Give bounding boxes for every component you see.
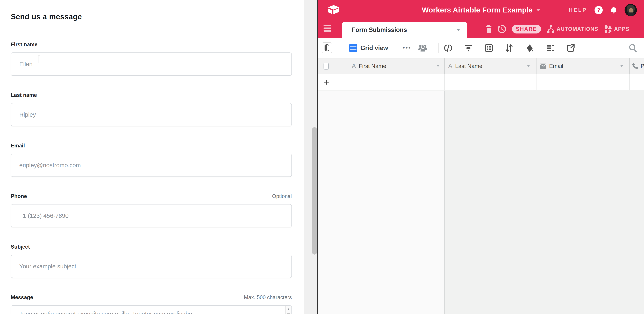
field-last-name: Last name Ripley	[11, 92, 292, 126]
email-label: Email	[11, 142, 25, 149]
automations-label: AUTOMATIONS	[557, 26, 598, 32]
column-header-first-name[interactable]: A First Name	[318, 59, 444, 74]
view-toolbar: Grid view •••	[318, 38, 644, 58]
phone-placeholder: +1 (123) 456-7890	[19, 212, 68, 219]
message-placeholder: Tenetur optio quaerat expedita vero et i…	[19, 310, 192, 314]
last-name-placeholder: Ripley	[19, 111, 36, 118]
table-tab-form-submissions[interactable]: Form Submissions	[342, 22, 467, 38]
subject-input[interactable]: Your example subject	[11, 255, 292, 278]
base-title-caret-icon[interactable]	[536, 9, 540, 12]
first-name-placeholder: Ellen	[19, 61, 32, 68]
field-message: Message Max. 500 characters Tenetur opti…	[11, 294, 292, 314]
column-header-email[interactable]: Email	[536, 59, 629, 74]
grid-body-column-divider	[444, 91, 445, 314]
color-icon[interactable]	[526, 44, 534, 52]
add-record-row[interactable]: +	[318, 74, 644, 90]
apps-button[interactable]: APPS	[604, 25, 629, 33]
base-title[interactable]: Workers Airtable Form Example	[422, 6, 532, 14]
hamburger-menu-icon[interactable]	[324, 25, 332, 33]
automations-icon	[547, 25, 554, 33]
email-placeholder: eripley@nostromo.com	[19, 162, 81, 169]
column-name: First Name	[359, 63, 386, 69]
column-name: Last Name	[455, 63, 482, 69]
history-icon[interactable]	[498, 25, 506, 33]
column-header-phone[interactable]: Phone	[629, 59, 644, 74]
last-name-input[interactable]: Ripley	[11, 103, 292, 126]
first-name-label: First name	[11, 41, 38, 48]
text-field-type-icon: A	[448, 63, 452, 70]
collaborators-icon[interactable]	[418, 44, 428, 52]
phone-input[interactable]: +1 (123) 456-7890	[11, 204, 292, 227]
airtable-tabbar: Form Submissions	[318, 20, 644, 38]
apps-icon	[604, 25, 612, 33]
phone-field-type-icon	[632, 63, 638, 69]
scroll-up-arrow-icon[interactable]	[287, 308, 290, 310]
textarea-scrollbar[interactable]	[285, 306, 291, 314]
view-options-ellipsis-button[interactable]: •••	[403, 38, 412, 57]
email-field-type-icon	[540, 64, 546, 69]
message-textarea[interactable]: Tenetur optio quaerat expedita vero et i…	[11, 305, 292, 314]
grid-body-first-column	[318, 91, 444, 314]
subject-label: Subject	[11, 243, 30, 250]
screen: Send us a message First name Ellen Last …	[0, 0, 644, 314]
message-maxchars-note: Max. 500 characters	[244, 294, 292, 301]
column-name: Phone	[640, 63, 644, 69]
help-button[interactable]: HELP	[569, 7, 587, 13]
column-divider	[629, 74, 630, 90]
field-phone: Phone Optional +1 (123) 456-7890	[11, 193, 292, 227]
add-record-plus-button[interactable]: +	[324, 74, 329, 90]
user-avatar[interactable]	[624, 4, 637, 16]
share-view-icon[interactable]	[567, 44, 575, 52]
airtable-window: Workers Airtable Form Example HELP ? For…	[318, 0, 644, 314]
field-first-name: First name Ellen	[11, 41, 292, 76]
window-edge-divider	[317, 0, 318, 314]
message-label: Message	[11, 294, 33, 301]
table-tab-caret-icon[interactable]	[456, 29, 460, 31]
automations-button[interactable]: AUTOMATIONS	[547, 25, 598, 33]
column-divider	[444, 74, 445, 90]
phone-label: Phone	[11, 193, 27, 200]
column-caret-icon[interactable]	[527, 65, 530, 67]
group-icon[interactable]	[485, 44, 493, 52]
column-caret-icon[interactable]	[620, 65, 623, 67]
view-name-label[interactable]: Grid view	[360, 38, 388, 58]
field-email: Email eripley@nostromo.com	[11, 142, 292, 177]
grid-header-row: A First Name A Last Name Email	[318, 58, 644, 74]
subject-placeholder: Your example subject	[19, 263, 76, 270]
filter-icon[interactable]	[464, 44, 472, 52]
text-cursor-icon	[38, 56, 40, 63]
column-header-last-name[interactable]: A Last Name	[444, 59, 536, 74]
grid-view-icon[interactable]	[349, 44, 357, 52]
trash-icon[interactable]	[486, 25, 492, 33]
hide-fields-icon[interactable]	[444, 44, 452, 52]
text-field-type-icon: A	[352, 63, 356, 70]
share-button[interactable]: SHARE	[512, 25, 541, 34]
view-sidebar-toggle-button[interactable]	[322, 42, 332, 53]
airtable-logo-icon[interactable]	[328, 5, 340, 14]
column-name: Email	[549, 63, 563, 69]
search-icon[interactable]	[629, 44, 637, 53]
table-tab-label: Form Submissions	[352, 26, 456, 34]
email-input[interactable]: eripley@nostromo.com	[11, 154, 292, 177]
field-subject: Subject Your example subject	[11, 243, 292, 278]
first-name-input[interactable]: Ellen	[11, 53, 292, 76]
sort-icon[interactable]	[506, 44, 513, 52]
last-name-label: Last name	[11, 92, 37, 99]
page-scrollbar-thumb[interactable]	[312, 127, 317, 254]
form-title: Send us a message	[11, 12, 292, 21]
notifications-bell-icon[interactable]	[610, 6, 617, 14]
help-question-icon[interactable]: ?	[594, 6, 603, 14]
phone-optional-note: Optional	[272, 193, 292, 200]
contact-form-panel: Send us a message First name Ellen Last …	[0, 0, 304, 314]
row-height-icon[interactable]	[546, 44, 554, 52]
select-all-checkbox[interactable]	[324, 63, 329, 70]
column-caret-icon[interactable]	[436, 65, 440, 67]
apps-label: APPS	[614, 26, 629, 32]
toolbar-divider	[438, 43, 438, 53]
airtable-titlebar: Workers Airtable Form Example HELP ?	[318, 0, 644, 20]
column-divider	[536, 74, 536, 90]
textarea-scroll-thumb[interactable]	[286, 313, 290, 314]
